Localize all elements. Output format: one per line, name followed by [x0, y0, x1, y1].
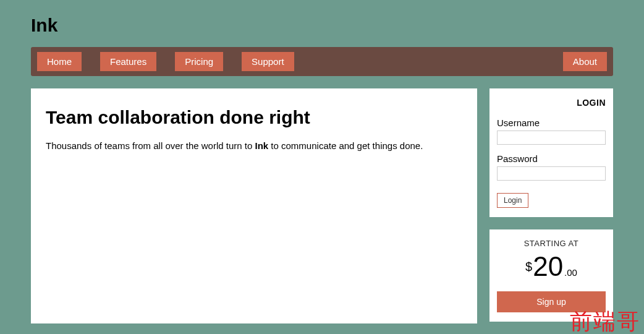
- login-title: LOGIN: [497, 98, 606, 108]
- sidebar: LOGIN Username Password Login STARTING A…: [489, 88, 613, 323]
- pricing-panel: STARTING AT $ 20 .00 Sign up: [489, 229, 613, 322]
- main-heading: Team collaboration done right: [46, 107, 462, 128]
- main-paragraph: Thousands of teams from all over the wor…: [46, 140, 462, 151]
- price: $ 20 .00: [497, 253, 606, 280]
- login-panel: LOGIN Username Password Login: [489, 88, 613, 217]
- nav-support[interactable]: Support: [242, 52, 294, 71]
- login-button[interactable]: Login: [497, 193, 528, 208]
- amount: 20: [533, 253, 563, 280]
- nav-features[interactable]: Features: [100, 52, 156, 71]
- starting-label: STARTING AT: [497, 239, 606, 248]
- currency: $: [525, 260, 532, 274]
- nav-about[interactable]: About: [563, 52, 607, 71]
- brand-title: Ink: [31, 15, 613, 36]
- main-panel: Team collaboration done right Thousands …: [31, 88, 477, 323]
- signup-button[interactable]: Sign up: [497, 291, 606, 312]
- navbar: Home Features Pricing Support About: [31, 47, 613, 76]
- nav-home[interactable]: Home: [37, 52, 82, 71]
- username-input[interactable]: [497, 131, 606, 145]
- cents: .00: [564, 267, 577, 278]
- password-label: Password: [497, 153, 606, 164]
- para-prefix: Thousands of teams from all over the wor…: [46, 140, 255, 151]
- password-input[interactable]: [497, 166, 606, 181]
- nav-left: Home Features Pricing Support: [37, 52, 294, 71]
- para-suffix: to communicate and get things done.: [268, 140, 423, 151]
- nav-pricing[interactable]: Pricing: [175, 52, 223, 71]
- username-label: Username: [497, 118, 606, 128]
- content-row: Team collaboration done right Thousands …: [31, 88, 613, 323]
- para-bold: Ink: [255, 140, 269, 151]
